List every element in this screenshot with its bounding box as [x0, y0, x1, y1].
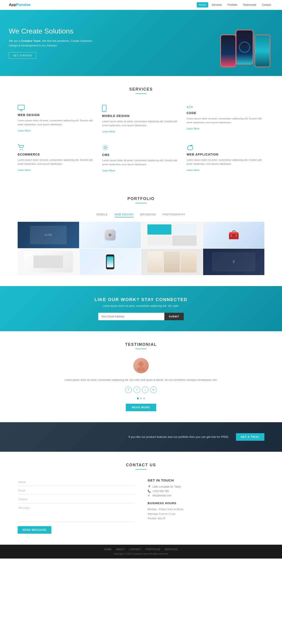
portfolio-item-4[interactable]: 🧰 — [203, 222, 264, 248]
footer-link-services[interactable]: SERVICES — [165, 548, 178, 550]
portfolio-tabs: MOBILE WEB DESIGN BRANDING PHOTOGRAPHY — [18, 212, 264, 218]
read-more-button[interactable]: READ MORE — [126, 404, 156, 411]
hero-phones — [97, 19, 273, 67]
svg-point-9 — [137, 367, 145, 371]
footer-link-home[interactable]: HOME — [104, 548, 112, 550]
message-field[interactable] — [18, 504, 134, 522]
contact-form: SEND MESSAGE — [18, 478, 134, 534]
service-mobile-desc: Lorem ipsum dolor sit amet, consectetur … — [102, 119, 180, 128]
portfolio-grid: CLOSE ✳ 🧰 — [18, 222, 264, 275]
tab-photography[interactable]: PHOTOGRAPHY — [162, 212, 186, 218]
service-ecommerce-title: ECOMMERCE — [18, 153, 96, 156]
subject-field[interactable] — [18, 496, 134, 503]
tab-branding[interactable]: BRANDING — [140, 212, 156, 218]
hero-section: We Create Solutions We are a Creative Te… — [0, 10, 282, 76]
contact-address: 📍 Little Lonsdale St, Talley — [148, 485, 264, 488]
service-cms-link[interactable]: Learn More — [102, 169, 115, 172]
nav-home[interactable]: Home — [197, 2, 208, 8]
trial-button[interactable]: GET A TRIAL — [236, 433, 264, 441]
hero-content: We Create Solutions We are a Creative Te… — [9, 27, 97, 59]
testimonial-dots — [44, 398, 238, 399]
service-code: </> CODE Lorem ipsum dolor sit amet, con… — [186, 103, 264, 136]
nav-contact[interactable]: Contact — [260, 2, 273, 8]
monitor-icon — [18, 105, 96, 111]
svg-point-6 — [22, 149, 23, 150]
service-webapp-link[interactable]: Learn More — [186, 169, 200, 171]
service-code-link[interactable]: Learn More — [186, 127, 200, 130]
contact-info: GET IN TOUCH 📍 Little Lonsdale St, Talle… — [148, 478, 264, 534]
phone-1 — [220, 34, 236, 67]
portfolio-item-1[interactable]: CLOSE — [18, 222, 79, 248]
business-hours: BUSINESS HOURS Monday - Friday: 9 am to … — [148, 502, 264, 521]
name-input[interactable] — [18, 478, 134, 486]
footer-link-about[interactable]: ABOUT — [116, 548, 125, 550]
dot-3[interactable] — [143, 398, 145, 399]
contact-section: CONTACT US SEND MESSAGE GET IN TOUCH 📍 L… — [0, 452, 282, 545]
submit-button[interactable]: SUBMIT — [164, 313, 184, 320]
footer-links: HOME ABOUT CONTACT PORTFOLIO SERVICES — [4, 548, 278, 550]
service-mobile-link[interactable]: Learn More — [102, 130, 115, 133]
tab-webdesign[interactable]: WEB DESIGN — [114, 212, 134, 218]
phone-text: +123 456 789 — [152, 490, 169, 493]
footer-link-contact[interactable]: CONTACT — [129, 548, 142, 550]
dot-1[interactable] — [137, 398, 139, 399]
service-code-desc: Lorem ipsum dolor sit amet, consectetur … — [186, 116, 264, 125]
svg-rect-0 — [18, 105, 24, 110]
email-input[interactable] — [98, 313, 164, 320]
phone-2 — [236, 30, 253, 64]
navigation: AppPonsive Home Services Portfolio Testi… — [0, 0, 282, 10]
service-web-design-link[interactable]: Learn More — [18, 129, 30, 132]
email-icon: ✉ — [148, 494, 151, 497]
nav-services[interactable]: Services — [210, 2, 224, 8]
service-webapp: WEB APPLICATION Lorem ipsum dolor sit am… — [186, 142, 264, 174]
instagram-icon[interactable]: i — [142, 386, 148, 393]
email-field[interactable] — [18, 487, 134, 495]
svg-point-4 — [104, 110, 105, 111]
linkedin-icon[interactable]: in — [150, 386, 157, 393]
phone-icon: 📞 — [148, 490, 151, 493]
portfolio-item-7[interactable] — [141, 249, 203, 275]
social-icons: T f i in — [44, 386, 238, 393]
twitter-icon[interactable]: T — [125, 386, 132, 393]
svg-point-7 — [104, 146, 106, 149]
logo: AppPonsive — [9, 3, 30, 7]
nav-links: Home Services Portfolio Testimonial Cont… — [197, 2, 273, 8]
portfolio-underline — [136, 203, 146, 203]
send-message-button[interactable]: SEND MESSAGE — [18, 526, 51, 534]
portfolio-item-3[interactable] — [141, 222, 203, 248]
contact-underline — [136, 469, 146, 470]
contact-info-title: GET IN TOUCH — [148, 478, 264, 482]
tab-mobile[interactable]: MOBILE — [96, 212, 108, 218]
facebook-icon[interactable]: f — [134, 386, 140, 393]
nav-portfolio[interactable]: Portfolio — [226, 2, 240, 8]
portfolio-item-8[interactable]: ⏸ — [203, 249, 264, 275]
footer-copyright: Copyright © 2021 Company name All rights… — [4, 552, 278, 555]
phone-3 — [254, 34, 270, 67]
cta-text: If you like our product features and our… — [18, 435, 229, 438]
portfolio-item-6[interactable] — [80, 249, 141, 275]
testimonial-section: TESTIMONIAL Lorem ipsum dolor sit amet, … — [0, 331, 282, 422]
svg-point-5 — [20, 149, 21, 150]
services-title: SERVICES — [18, 87, 264, 92]
contact-title: CONTACT US — [18, 463, 264, 467]
portfolio-item-5[interactable] — [18, 249, 79, 275]
stay-connected-desc: Lorem ipsum dolor sit amet, consectetur … — [9, 304, 273, 308]
hours-saturday: Saturday: 9 am to 17 pm — [148, 512, 264, 516]
service-ecommerce-link[interactable]: Learn More — [18, 169, 30, 171]
get-started-button[interactable]: GET STARTED — [9, 52, 36, 59]
footer-link-portfolio[interactable]: PORTFOLIO — [146, 548, 160, 550]
footer: HOME ABOUT CONTACT PORTFOLIO SERVICES Co… — [0, 545, 282, 558]
gear-icon — [102, 144, 180, 151]
cart-icon — [18, 144, 96, 150]
portfolio-item-2[interactable]: ✳ — [80, 222, 141, 248]
mobile-icon — [102, 105, 180, 112]
service-webapp-desc: Lorem ipsum dolor sit amet, consectetur … — [186, 158, 264, 166]
services-grid: WEB DESIGN Lorem ipsum dolor sit amet, c… — [18, 103, 264, 174]
nav-testimonial[interactable]: Testimonial — [241, 2, 258, 8]
contact-grid: SEND MESSAGE GET IN TOUCH 📍 Little Lonsd… — [18, 478, 264, 534]
dot-2[interactable] — [140, 398, 142, 399]
service-webapp-title: WEB APPLICATION — [186, 153, 264, 156]
email-form: SUBMIT — [9, 313, 273, 320]
service-ecommerce-desc: Lorem ipsum dolor sit amet, consectetur … — [18, 158, 96, 166]
contact-email: ✉ info@email.com — [148, 494, 264, 497]
